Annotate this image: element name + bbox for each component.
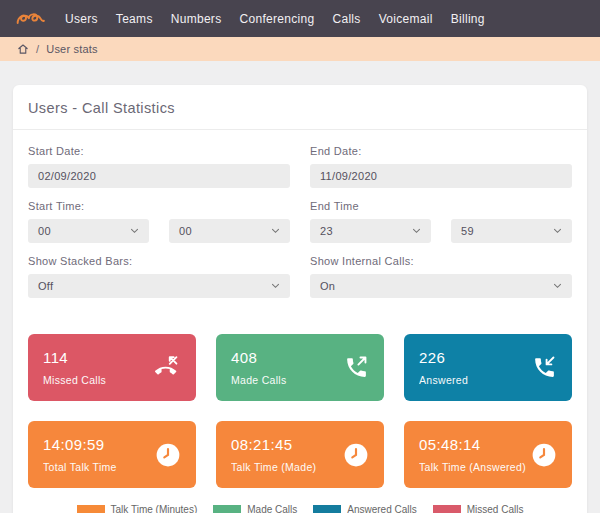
end-time-hour-select[interactable]: 23 xyxy=(310,219,431,243)
legend-label: Talk Time (Minutes) xyxy=(111,504,198,513)
legend-swatch xyxy=(433,505,461,513)
filters-form: Start Date: End Date: Start Time: 00 00 xyxy=(28,142,572,307)
talk-time-made-value: 08:21:45 xyxy=(231,436,316,453)
home-icon[interactable] xyxy=(17,43,29,55)
legend-label: Made Calls xyxy=(247,504,297,513)
end-time-minute-value: 59 xyxy=(461,225,474,237)
end-time-minute-select[interactable]: 59 xyxy=(451,219,572,243)
talk-time-answered-label: Talk Time (Answered) xyxy=(419,461,526,473)
breadcrumb: / User stats xyxy=(0,37,600,61)
nav-item-teams[interactable]: Teams xyxy=(107,12,162,26)
answered-value: 226 xyxy=(419,349,468,366)
clock-icon xyxy=(155,442,181,468)
internal-calls-select[interactable]: On xyxy=(310,274,572,298)
internal-calls-value: On xyxy=(320,280,335,292)
missed-call-icon xyxy=(155,355,181,381)
start-time-minute-value: 00 xyxy=(179,225,192,237)
chevron-down-icon xyxy=(553,283,562,289)
talk-time-answered-value: 05:48:14 xyxy=(419,436,526,453)
breadcrumb-separator: / xyxy=(36,43,39,55)
top-nav-bar: Users Teams Numbers Conferencing Calls V… xyxy=(0,0,600,37)
incoming-call-icon xyxy=(532,355,557,380)
end-time-label: End Time xyxy=(310,200,572,212)
stacked-bars-value: Off xyxy=(38,280,53,292)
missed-calls-value: 114 xyxy=(43,349,106,366)
chevron-down-icon xyxy=(553,228,562,234)
stacked-bars-select[interactable]: Off xyxy=(28,274,290,298)
stacked-bars-field: Show Stacked Bars: Off xyxy=(28,252,290,298)
end-time-hour-value: 23 xyxy=(320,225,333,237)
start-time-label: Start Time: xyxy=(28,200,290,212)
end-date-input[interactable] xyxy=(310,164,572,188)
calls-bar-chart: Talk Time (Minutes)Made CallsAnswered Ca… xyxy=(28,504,572,513)
clock-icon xyxy=(531,442,557,468)
nav-item-users[interactable]: Users xyxy=(56,12,107,26)
stat-cards-grid: 114 Missed Calls 408 Made Calls xyxy=(28,334,572,488)
chevron-down-icon xyxy=(271,283,280,289)
legend-swatch xyxy=(77,505,105,513)
internal-calls-label: Show Internal Calls: xyxy=(310,255,572,267)
stat-card-talk-time-answered: 05:48:14 Talk Time (Answered) xyxy=(404,421,572,488)
legend-label: Answered Calls xyxy=(347,504,416,513)
breadcrumb-current[interactable]: User stats xyxy=(46,43,98,55)
legend-swatch xyxy=(313,505,341,513)
total-talk-time-value: 14:09:59 xyxy=(43,436,117,453)
clock-icon xyxy=(343,442,369,468)
legend-item[interactable]: Made Calls xyxy=(213,504,297,513)
start-date-label: Start Date: xyxy=(28,145,290,157)
talk-time-made-label: Talk Time (Made) xyxy=(231,461,316,473)
legend-item[interactable]: Missed Calls xyxy=(433,504,524,513)
outgoing-call-icon xyxy=(344,355,369,380)
nav-item-calls[interactable]: Calls xyxy=(323,12,369,26)
brand-squiggle-logo-icon[interactable] xyxy=(16,10,46,27)
chevron-down-icon xyxy=(130,228,139,234)
legend-swatch xyxy=(213,505,241,513)
stat-card-missed-calls: 114 Missed Calls xyxy=(28,334,196,401)
stat-card-total-talk-time: 14:09:59 Total Talk Time xyxy=(28,421,196,488)
end-date-label: End Date: xyxy=(310,145,572,157)
stat-card-made-calls: 408 Made Calls xyxy=(216,334,384,401)
end-time-field: End Time 23 59 xyxy=(310,197,572,243)
legend-item[interactable]: Answered Calls xyxy=(313,504,416,513)
stat-card-answered: 226 Answered xyxy=(404,334,572,401)
page-content: Users - Call Statistics Start Date: End … xyxy=(0,61,600,513)
start-date-field: Start Date: xyxy=(28,142,290,188)
start-time-minute-select[interactable]: 00 xyxy=(169,219,290,243)
made-calls-label: Made Calls xyxy=(231,374,287,386)
stacked-bars-label: Show Stacked Bars: xyxy=(28,255,290,267)
end-date-field: End Date: xyxy=(310,142,572,188)
nav-item-billing[interactable]: Billing xyxy=(442,12,494,26)
nav-item-conferencing[interactable]: Conferencing xyxy=(230,12,323,26)
start-time-hour-value: 00 xyxy=(38,225,51,237)
chart-legend: Talk Time (Minutes)Made CallsAnswered Ca… xyxy=(28,504,572,513)
stat-card-talk-time-made: 08:21:45 Talk Time (Made) xyxy=(216,421,384,488)
legend-label: Missed Calls xyxy=(467,504,524,513)
missed-calls-label: Missed Calls xyxy=(43,374,106,386)
internal-calls-field: Show Internal Calls: On xyxy=(310,252,572,298)
nav-item-voicemail[interactable]: Voicemail xyxy=(370,12,442,26)
nav-item-numbers[interactable]: Numbers xyxy=(162,12,231,26)
call-statistics-panel: Users - Call Statistics Start Date: End … xyxy=(13,85,587,513)
start-time-hour-select[interactable]: 00 xyxy=(28,219,149,243)
start-date-input[interactable] xyxy=(28,164,290,188)
made-calls-value: 408 xyxy=(231,349,287,366)
answered-label: Answered xyxy=(419,374,468,386)
chevron-down-icon xyxy=(412,228,421,234)
total-talk-time-label: Total Talk Time xyxy=(43,461,117,473)
start-time-field: Start Time: 00 00 xyxy=(28,197,290,243)
chevron-down-icon xyxy=(271,228,280,234)
page-title: Users - Call Statistics xyxy=(13,85,587,130)
legend-item[interactable]: Talk Time (Minutes) xyxy=(77,504,198,513)
